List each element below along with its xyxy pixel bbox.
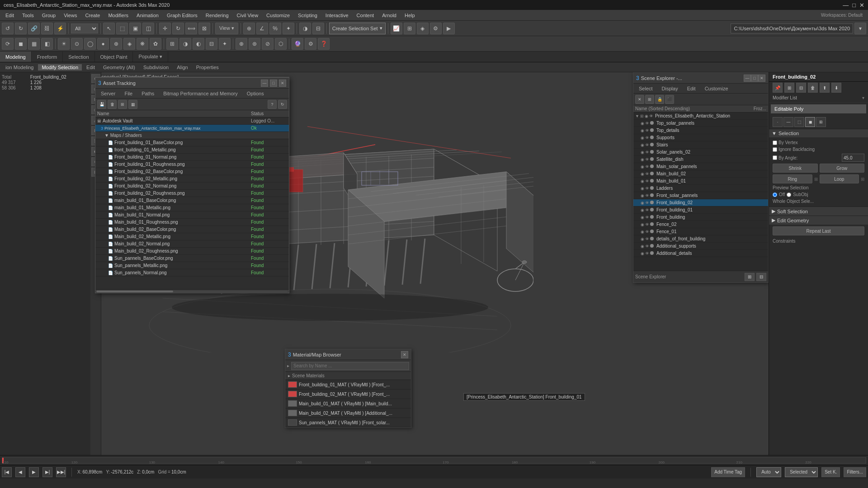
select-window-button[interactable]: ▣ bbox=[129, 23, 141, 34]
se-row-front-building[interactable]: ◉👁 Front_building bbox=[633, 214, 768, 221]
at-row-png14[interactable]: 📄 Main_build_02_Metallic.png Found bbox=[95, 233, 289, 240]
create-selection-set-button[interactable]: Create Selection Set ▾ bbox=[329, 23, 386, 34]
asset-scrollbar[interactable] bbox=[95, 289, 289, 293]
mod-icon-element[interactable]: ⊞ bbox=[816, 117, 826, 127]
mb-mat-2[interactable]: Front_building_02_MAT ( VRayMtl ) [Front… bbox=[285, 389, 411, 399]
menu-customize[interactable]: Customize bbox=[263, 12, 293, 19]
menu-content[interactable]: Content bbox=[353, 12, 378, 19]
se-row-front-building-01[interactable]: ◉👁 Front_building_01 bbox=[633, 206, 768, 214]
se-row-main-build-01[interactable]: ◉👁 Main_build_01 bbox=[633, 178, 768, 185]
at-row-png5[interactable]: 📄 Front_building_02_BaseColor.png Found bbox=[95, 168, 289, 175]
se-maximize-button[interactable]: □ bbox=[751, 75, 758, 82]
at-tb-btn1[interactable]: 💾 bbox=[97, 100, 106, 109]
tb2-btn6[interactable]: ⊙ bbox=[71, 38, 83, 50]
by-angle-checkbox[interactable] bbox=[773, 155, 777, 160]
playback-play-button[interactable]: ▶ bbox=[29, 467, 39, 477]
rotate-button[interactable]: ↻ bbox=[172, 23, 184, 34]
at-row-png9[interactable]: 📄 main_build_01_BaseColor.png Found bbox=[95, 197, 289, 204]
at-row-png2[interactable]: 📄 front_building_01_Metallic.png Found bbox=[95, 146, 289, 154]
se-row-top-solar[interactable]: ◉👁 Top_solar_pannels bbox=[633, 120, 768, 127]
menu-help[interactable]: Help bbox=[401, 12, 419, 19]
unlink-button[interactable]: ⛓ bbox=[41, 23, 53, 34]
at-tb-btn4[interactable]: ▦ bbox=[128, 100, 137, 109]
shrink-button[interactable]: Shrink bbox=[773, 164, 818, 173]
modifier-icon5[interactable]: ⬆ bbox=[820, 83, 830, 93]
select-crossing-button[interactable]: ◫ bbox=[142, 23, 154, 34]
at-row-png1[interactable]: 📄 Front_building_01_BaseColor.png Found bbox=[95, 139, 289, 146]
menu-group[interactable]: Group bbox=[38, 12, 60, 19]
schematic-button[interactable]: ⊞ bbox=[404, 23, 415, 34]
select-button[interactable]: ↖ bbox=[103, 23, 115, 34]
se-row-add-details[interactable]: ◉👁 Additional_details bbox=[633, 250, 768, 257]
modifier-icon4[interactable]: 🗑 bbox=[808, 83, 818, 93]
at-row-png18[interactable]: 📄 Sun_pannels_Metallic.png Found bbox=[95, 262, 289, 269]
tab-modeling[interactable]: Modeling bbox=[0, 52, 32, 62]
se-menu-edit[interactable]: Edit bbox=[684, 85, 699, 92]
at-row-png16[interactable]: 📄 Main_build_02_Roughness.png Found bbox=[95, 248, 289, 255]
at-tb-btn3[interactable]: ⊞ bbox=[118, 100, 127, 109]
loop-button[interactable]: Loop bbox=[820, 174, 859, 183]
tb2-btn8[interactable]: ● bbox=[97, 38, 109, 50]
subtab-edit[interactable]: Edit bbox=[83, 64, 99, 70]
preview-off-radio[interactable] bbox=[773, 192, 777, 197]
subtab-geometry-all[interactable]: Geometry (All) bbox=[99, 64, 139, 70]
se-row-add-supports[interactable]: ◉👁 Additional_supports bbox=[633, 243, 768, 250]
mb-mat-1[interactable]: Front_building_01_MAT ( VRayMtl ) [Front… bbox=[285, 380, 411, 389]
tb2-btn3[interactable]: ▦ bbox=[28, 38, 40, 50]
tb2-btn11[interactable]: ❋ bbox=[137, 38, 148, 50]
at-row-png19[interactable]: 📄 Sun_pannels_Normal.png Found bbox=[95, 269, 289, 277]
mb-close-button[interactable]: ✕ bbox=[401, 351, 408, 358]
menu-civil-view[interactable]: Civil View bbox=[233, 12, 262, 19]
se-row-main-build-02[interactable]: ◉👁 Main_build_02 bbox=[633, 170, 768, 178]
mod-icon-vertex[interactable]: · bbox=[773, 117, 783, 127]
se-row-solar-panels-02[interactable]: ◉👁 Solar_panels_02 bbox=[633, 149, 768, 156]
tb2-btn13[interactable]: ⊞ bbox=[166, 38, 178, 50]
at-menu-paths[interactable]: Paths bbox=[138, 90, 158, 97]
at-row-png11[interactable]: 📄 Main_build_01_Normal.png Found bbox=[95, 211, 289, 219]
se-menu-select[interactable]: Select bbox=[635, 85, 656, 92]
mod-icon-border[interactable]: ⬚ bbox=[794, 117, 804, 127]
se-tb-btn1[interactable]: ✕ bbox=[635, 95, 644, 104]
tb2-btn21[interactable]: ⬡ bbox=[275, 38, 287, 50]
tb2-btn17[interactable]: ✦ bbox=[219, 38, 231, 50]
snap-percent-button[interactable]: % bbox=[269, 23, 281, 34]
ring-button[interactable]: Ring bbox=[773, 174, 812, 183]
modifier-icon3[interactable]: ⊟ bbox=[796, 83, 806, 93]
at-row-png13[interactable]: 📄 Main_build_02_BaseColor.png Found bbox=[95, 226, 289, 233]
at-menu-bitmap[interactable]: Bitmap Performance and Memory bbox=[160, 90, 241, 97]
undo-button[interactable]: ↺ bbox=[2, 23, 14, 34]
material-editor-button[interactable]: ◈ bbox=[417, 23, 429, 34]
tb2-btn24[interactable]: ❓ bbox=[318, 38, 330, 50]
tb2-btn9[interactable]: ⊕ bbox=[110, 38, 122, 50]
se-tb-btn2[interactable]: ⊞ bbox=[645, 95, 654, 104]
se-bottom-btn2[interactable]: ⊟ bbox=[756, 273, 766, 281]
tb2-btn16[interactable]: ⊟ bbox=[206, 38, 217, 50]
tb2-btn15[interactable]: ◐ bbox=[193, 38, 204, 50]
view-button[interactable]: View ▾ bbox=[215, 23, 238, 34]
tb2-btn2[interactable]: ◼ bbox=[15, 38, 27, 50]
auto-dropdown[interactable]: Auto bbox=[756, 467, 781, 477]
se-row-satellite-dish[interactable]: ◉👁 Satellite_dish bbox=[633, 156, 768, 163]
se-bottom-btn1[interactable]: ⊞ bbox=[745, 273, 755, 281]
by-vertex-checkbox[interactable] bbox=[773, 141, 777, 145]
curve-editor-button[interactable]: 📈 bbox=[391, 23, 402, 34]
at-row-png15[interactable]: 📄 Main_build_02_Normal.png Found bbox=[95, 240, 289, 248]
se-row-stairs[interactable]: ◉👁 Stairs bbox=[633, 141, 768, 149]
at-tb-help[interactable]: ? bbox=[268, 100, 277, 109]
mod-icon-edge[interactable]: — bbox=[783, 117, 793, 127]
by-angle-input[interactable] bbox=[842, 154, 864, 162]
tb2-btn4[interactable]: ◧ bbox=[41, 38, 53, 50]
tb2-btn18[interactable]: ⊕ bbox=[236, 38, 247, 50]
tb2-btn7[interactable]: ◯ bbox=[84, 38, 96, 50]
se-row-supports[interactable]: ◉👁 Supports bbox=[633, 134, 768, 141]
menu-interactive[interactable]: Interactive bbox=[322, 12, 352, 19]
tab-object-paint[interactable]: Object Paint bbox=[95, 52, 133, 62]
render-frame-button[interactable]: ▶ bbox=[443, 23, 455, 34]
asset-scroll-track[interactable] bbox=[96, 291, 288, 292]
playback-prev-button[interactable]: ◀ bbox=[15, 467, 25, 477]
se-row-root[interactable]: ▼⊞◉👁 Princess_Elisabeth_Antarctic_Statio… bbox=[633, 113, 768, 120]
modifier-icon6[interactable]: ⬇ bbox=[831, 83, 841, 93]
path-dropdown-button[interactable]: ▾ bbox=[854, 23, 866, 34]
menu-arnold[interactable]: Arnold bbox=[378, 12, 400, 19]
se-row-fence-01[interactable]: ◉👁 Fence_01 bbox=[633, 228, 768, 235]
